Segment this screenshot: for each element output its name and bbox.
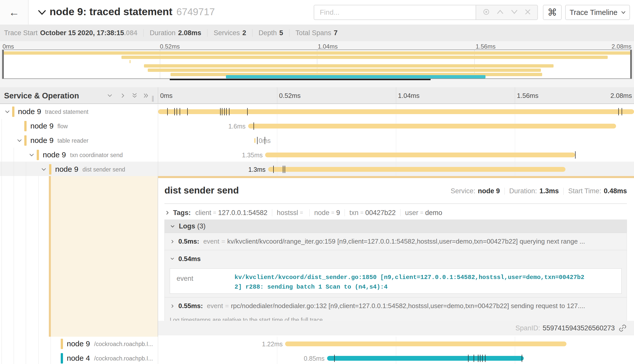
span-color-strip: [158, 176, 634, 178]
span-name-table-reader[interactable]: node 9 table reader: [0, 133, 158, 148]
column-resizer[interactable]: ∥: [151, 95, 155, 102]
span-id-bar: SpanID: 5597415943526560273: [158, 321, 634, 335]
service-name: node 9: [30, 122, 54, 130]
divider: [252, 29, 252, 37]
duration-value: 2.08ms: [178, 29, 201, 37]
minimap-span: [130, 60, 131, 63]
minimap-tick: 1.56ms: [476, 43, 496, 50]
service-name: node 9: [30, 136, 54, 145]
span-bar[interactable]: [248, 124, 616, 129]
chevron-down-icon[interactable]: [16, 137, 23, 144]
minimap-scrollbar[interactable]: [170, 79, 431, 80]
top-bar: ← node 9: traced statement6749717 ⌘ Trac…: [0, 0, 634, 25]
span-bar[interactable]: [327, 356, 524, 361]
log-entry-3[interactable]: 0.55ms: event= rpc/nodedialer/nodedialer…: [165, 297, 627, 314]
span-row: node 9 /cockroach.roachpb.I... 1.22ms: [0, 337, 634, 351]
service-color-swatch: [37, 150, 39, 160]
service-color-swatch: [61, 353, 63, 363]
service-operation-heading: Service & Operation: [4, 91, 79, 100]
span-bar-cell: 1.22ms: [158, 337, 634, 351]
service-name: node 9: [18, 107, 41, 116]
copy-link-icon[interactable]: [619, 324, 626, 332]
span-bar[interactable]: [285, 341, 566, 346]
operation-name: traced statement: [45, 109, 88, 115]
divider: [289, 29, 289, 37]
divider: [143, 29, 144, 37]
service-color-swatch: [12, 106, 14, 117]
total-spans-label: Total Spans: [295, 29, 331, 37]
span-row: node 4 /cockroach.roachpb.I... 0.85ms: [0, 351, 634, 364]
span-name-roachpb-batch-n4[interactable]: node 4 /cockroach.roachpb.I...: [0, 351, 158, 364]
minimap-right-handle[interactable]: [630, 50, 631, 78]
detail-left-column: [0, 176, 158, 337]
keyboard-shortcuts-button[interactable]: ⌘: [543, 5, 562, 20]
trace-summary-bar: Trace Start October 15 2020, 17:38:15 .0…: [0, 25, 634, 41]
service-color-swatch: [49, 164, 51, 175]
span-row: node 9 flow 1.6ms: [0, 119, 634, 133]
operation-name: flow: [57, 123, 68, 130]
span-bar[interactable]: [265, 153, 575, 157]
span-name-roachpb-batch-n9[interactable]: node 9 /cockroach.roachpb.I...: [0, 337, 158, 351]
grid-header: Service & Operation ∥ 0ms 0.52ms 1.04ms …: [0, 87, 634, 104]
minimap-span: [121, 56, 608, 59]
chevron-down-icon[interactable]: [40, 166, 47, 173]
service-name: node 9: [67, 339, 90, 348]
service-name: node 9: [55, 165, 78, 174]
subtree-highlight: [51, 176, 158, 337]
ruler-tick: 1.04ms: [398, 92, 419, 100]
ruler-tick: 2.08ms: [610, 92, 632, 100]
span-bar-cell: [158, 104, 634, 119]
span-bar[interactable]: [268, 167, 566, 172]
total-spans-value: 7: [334, 29, 337, 37]
tags-toggle[interactable]: Tags: client=127.0.0.1:54582 hostssl= no…: [164, 207, 627, 219]
back-button[interactable]: ←: [0, 0, 29, 25]
log-field-key: event: [170, 269, 235, 293]
duration-label: Duration: [150, 29, 176, 37]
find-input[interactable]: [314, 5, 476, 20]
service-color-swatch: [24, 135, 27, 146]
trace-start-fraction: .084: [124, 29, 137, 37]
trace-view-selector[interactable]: Trace Timeline: [565, 5, 630, 20]
trace-start-value: October 15 2020, 17:38:15: [40, 29, 124, 37]
minimap-span: [3, 51, 631, 55]
key-value-table: event kv/kvclient/kvcoord/dist_sender.go…: [170, 268, 622, 294]
collapse-trace-chevron-icon[interactable]: [37, 9, 47, 16]
trace-id: 6749717: [176, 6, 215, 17]
logs-toggle[interactable]: Logs(3): [165, 220, 627, 233]
span-name-traced-statement[interactable]: node 9 traced statement: [0, 104, 158, 119]
minimap-canvas[interactable]: [2, 50, 632, 79]
find-clear-icon[interactable]: [524, 9, 531, 16]
span-name-flow[interactable]: node 9 flow: [0, 119, 158, 133]
span-bar[interactable]: [254, 138, 256, 143]
ruler-gridline: [396, 87, 396, 103]
find-controls: [476, 5, 538, 20]
detail-content: dist sender send Service:node 9 Duration…: [158, 176, 634, 337]
span-bar-cell: 1.35ms: [158, 148, 634, 162]
span-row-selected: node 9 dist sender send 1.3ms: [0, 162, 634, 177]
expand-all-icon[interactable]: [142, 92, 149, 99]
span-detail-panel: dist sender send Service:node 9 Duration…: [0, 176, 634, 337]
locate-icon[interactable]: [482, 8, 490, 17]
span-name-txn-coordinator-send[interactable]: node 9 txn coordinator send: [0, 148, 158, 162]
operation-name: /cockroach.roachpb.I...: [94, 355, 153, 362]
service-name: node 9: [43, 151, 66, 159]
span-duration-label: 1.3ms: [248, 166, 265, 173]
collapse-all-icon[interactable]: [131, 92, 138, 99]
operation-name: table reader: [57, 137, 89, 144]
find-next-icon[interactable]: [511, 9, 518, 16]
collapse-one-icon[interactable]: [106, 92, 113, 99]
depth-label: Depth: [259, 29, 277, 37]
chevron-down-icon[interactable]: [4, 109, 11, 115]
find-prev-icon[interactable]: [496, 9, 504, 16]
minimap-tick: 0.52ms: [160, 43, 180, 50]
chevron-down-icon[interactable]: [28, 152, 35, 158]
span-name-dist-sender-send[interactable]: node 9 dist sender send: [0, 162, 158, 177]
expand-one-icon[interactable]: [119, 92, 126, 99]
span-bar-cell: 0.85ms: [158, 351, 634, 364]
span-bar-cell: 1.6ms: [158, 119, 634, 133]
span-duration-label: 0.85ms: [304, 355, 325, 362]
minimap-left-handle[interactable]: [3, 50, 4, 78]
span-row: node 9 txn coordinator send 1.35ms: [0, 148, 634, 162]
log-entry-2-toggle[interactable]: 0.54ms: [165, 250, 627, 267]
log-entry-1[interactable]: 0.5ms: event= kv/kvclient/kvcoord/range_…: [165, 233, 627, 250]
